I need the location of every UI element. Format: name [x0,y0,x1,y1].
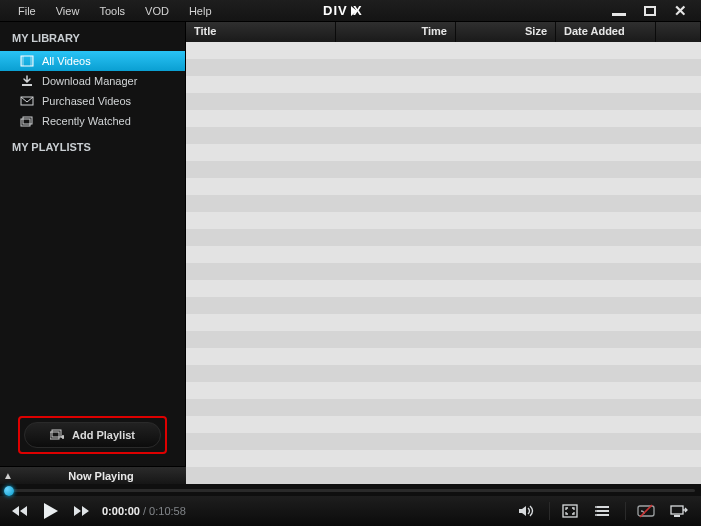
playlist-toggle-button[interactable] [591,502,615,520]
menubar: File View Tools VOD Help [0,2,222,20]
current-time: 0:00:00 [102,505,140,517]
titlebar: File View Tools VOD Help DIV X ✕ [0,0,701,22]
table-row [186,263,701,280]
table-row [186,144,701,161]
col-header-size[interactable]: Size [456,22,556,42]
col-header-title[interactable]: Title [186,22,336,42]
body: MY LIBRARY All Videos Download Manager P… [0,22,701,484]
stack-icon [20,115,34,127]
window-controls: ✕ [612,2,701,20]
table-row [186,314,701,331]
sidebar-item-all-videos[interactable]: All Videos [0,51,185,71]
send-to-device-button[interactable] [667,502,691,520]
svg-rect-7 [21,119,30,126]
add-playlist-wrap: Add Playlist [0,416,185,466]
table-row [186,450,701,467]
section-my-library: MY LIBRARY [0,22,185,51]
table-row [186,161,701,178]
svg-rect-11 [563,505,577,517]
add-playlist-label: Add Playlist [72,429,135,441]
divx-logo: DIV X [323,4,379,18]
duration-time: 0:10:58 [149,505,186,517]
menu-tools[interactable]: Tools [89,2,135,20]
rewind-button[interactable] [10,504,30,518]
table-row [186,365,701,382]
svg-rect-5 [22,84,32,86]
add-playlist-icon [50,429,64,441]
seek-bar[interactable] [0,484,701,496]
table-row [186,348,701,365]
table-rows [186,42,701,484]
columns-header: Title Time Size Date Added [186,22,701,42]
svg-rect-10 [52,430,61,437]
collapse-arrow-icon: ▲ [0,470,16,481]
col-header-rest [656,22,701,42]
svg-rect-9 [50,432,59,439]
add-playlist-button[interactable]: Add Playlist [24,422,161,448]
svg-point-12 [595,506,597,508]
col-header-time[interactable]: Time [336,22,456,42]
sidebar-item-recently-watched[interactable]: Recently Watched [0,111,185,131]
table-row [186,382,701,399]
sidebar-item-download-manager[interactable]: Download Manager [0,71,185,91]
menu-help[interactable]: Help [179,2,222,20]
table-row [186,195,701,212]
svg-point-13 [595,510,597,512]
fullscreen-button[interactable] [549,502,581,520]
menu-vod[interactable]: VOD [135,2,179,20]
download-icon [20,75,34,87]
envelope-icon [20,95,34,107]
table-row [186,178,701,195]
maximize-icon [644,6,656,16]
playback-time: 0:00:00 / 0:10:58 [102,505,186,517]
window-close-button[interactable]: ✕ [674,6,687,16]
menu-file[interactable]: File [8,2,46,20]
svg-rect-18 [674,515,680,517]
table-row [186,110,701,127]
svg-rect-4 [30,56,33,66]
player-controls: 0:00:00 / 0:10:58 [0,496,701,526]
menu-view[interactable]: View [46,2,90,20]
table-row [186,212,701,229]
window-minimize-button[interactable] [612,2,626,20]
seek-thumb[interactable] [4,486,14,496]
table-row [186,59,701,76]
now-playing-bar[interactable]: ▲ Now Playing [0,466,186,484]
table-row [186,467,701,484]
svg-rect-17 [671,506,683,514]
table-row [186,246,701,263]
section-my-playlists: MY PLAYLISTS [0,131,185,160]
table-row [186,331,701,348]
table-row [186,399,701,416]
table-row [186,42,701,59]
sidebar-item-label: Recently Watched [42,115,131,127]
now-playing-label: Now Playing [16,470,186,482]
table-row [186,127,701,144]
play-button[interactable] [40,501,62,521]
fast-forward-button[interactable] [72,504,92,518]
film-icon [20,55,34,67]
add-playlist-highlight: Add Playlist [18,416,167,454]
sidebar: MY LIBRARY All Videos Download Manager P… [0,22,186,484]
svg-text:DIV: DIV [323,4,348,18]
svg-rect-3 [21,56,24,66]
svg-rect-8 [23,117,32,124]
sidebar-item-label: All Videos [42,55,91,67]
sidebar-spacer [0,160,185,416]
table-row [186,416,701,433]
table-row [186,229,701,246]
svg-point-14 [595,514,597,516]
seek-track [6,489,695,492]
cast-disabled-button[interactable] [625,502,657,520]
sidebar-item-label: Download Manager [42,75,137,87]
table-row [186,297,701,314]
table-row [186,93,701,110]
main-content: Title Time Size Date Added [186,22,701,484]
col-header-date-added[interactable]: Date Added [556,22,656,42]
divx-player-window: File View Tools VOD Help DIV X ✕ MY LIBR… [0,0,701,526]
window-maximize-button[interactable] [644,2,656,20]
sidebar-item-purchased-videos[interactable]: Purchased Videos [0,91,185,111]
volume-button[interactable] [515,502,539,520]
minimize-icon [612,13,626,16]
table-row [186,433,701,450]
